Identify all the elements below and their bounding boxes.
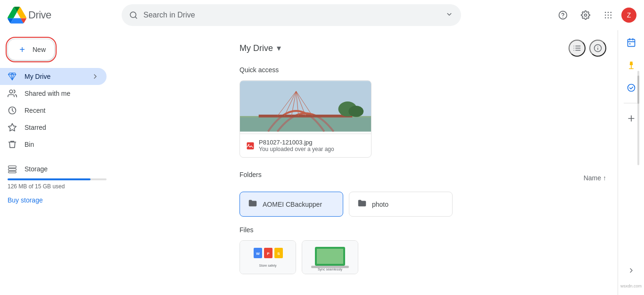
search-bar[interactable] xyxy=(122,4,461,26)
quick-access-details: P81027-121003.jpg You uploaded over a ye… xyxy=(259,139,334,152)
main-content: My Drive ▾ Quick access xyxy=(228,30,618,295)
sidebar-item-shared-label: Shared with me xyxy=(25,90,70,97)
starred-icon xyxy=(8,123,17,132)
storage-label: Storage xyxy=(8,164,107,174)
shared-icon xyxy=(8,89,17,98)
folders-grid: AOMEI CBackupper photo xyxy=(239,192,606,217)
header-actions: Z xyxy=(553,6,636,25)
my-drive-icon xyxy=(8,72,17,81)
svg-text:W: W xyxy=(256,252,260,256)
quick-access-image xyxy=(240,81,371,132)
sidebar-item-recent-label: Recent xyxy=(25,107,45,114)
sidebar: + New My Drive xyxy=(0,30,114,295)
folder-card-photo[interactable]: photo xyxy=(349,192,453,217)
quick-access-timestamp: You uploaded over a year ago xyxy=(259,146,334,152)
new-button-label: New xyxy=(33,46,46,53)
sort-label: Name xyxy=(584,174,601,182)
sidebar-item-starred-label: Starred xyxy=(25,124,46,131)
main-title-chevron-icon[interactable]: ▾ xyxy=(277,43,281,53)
svg-text:Store safely: Store safely xyxy=(259,264,277,268)
svg-point-7 xyxy=(611,14,612,16)
main-title-text: My Drive xyxy=(239,43,273,53)
svg-point-4 xyxy=(611,11,612,13)
storage-used-text: 126 MB of 15 GB used xyxy=(8,183,107,190)
svg-point-6 xyxy=(608,14,609,16)
list-view-button[interactable] xyxy=(569,40,586,57)
svg-text:Sync seamlessly: Sync seamlessly xyxy=(318,268,343,271)
file-card-store[interactable]: W P S Store safely xyxy=(239,240,296,274)
svg-point-3 xyxy=(608,11,609,13)
svg-point-30 xyxy=(248,144,249,145)
main-header: My Drive ▾ xyxy=(239,40,606,57)
sidebar-item-my-drive[interactable]: My Drive xyxy=(0,68,107,85)
file-preview-sync-svg: Sync seamlessly xyxy=(306,243,354,271)
file-preview-store: W P S Store safely xyxy=(240,241,296,274)
sidebar-item-recent[interactable]: Recent xyxy=(0,102,107,119)
drive-logo-icon xyxy=(8,6,26,25)
sort-arrow-icon: ↑ xyxy=(603,174,606,182)
avatar[interactable]: Z xyxy=(621,8,636,23)
recent-icon xyxy=(8,106,17,115)
app-layout: + New My Drive xyxy=(0,0,644,295)
svg-point-1 xyxy=(562,17,563,17)
folders-label: Folders xyxy=(239,171,262,178)
quick-access-card[interactable]: P81027-121003.jpg You uploaded over a ye… xyxy=(239,80,372,158)
sidebar-item-shared[interactable]: Shared with me xyxy=(0,85,107,102)
folder-icon-photo xyxy=(357,198,367,211)
storage-bar xyxy=(8,178,107,180)
svg-point-27 xyxy=(348,106,363,117)
sidebar-item-bin[interactable]: Bin xyxy=(0,136,107,153)
buy-storage-button[interactable]: Buy storage xyxy=(8,196,107,204)
svg-rect-14 xyxy=(8,169,17,170)
quick-access-section: Quick access xyxy=(239,66,606,158)
svg-point-46 xyxy=(627,84,635,92)
watermark: wsxdn.com xyxy=(620,284,642,288)
scrollbar-thumb[interactable] xyxy=(637,76,639,104)
svg-rect-44 xyxy=(627,39,635,46)
svg-point-9 xyxy=(608,17,609,18)
files-grid: W P S Store safely xyxy=(239,240,606,274)
svg-point-8 xyxy=(605,17,606,18)
main-title[interactable]: My Drive ▾ xyxy=(239,43,281,53)
file-preview-sync: Sync seamlessly xyxy=(302,241,358,274)
quick-access-file-info: P81027-121003.jpg You uploaded over a ye… xyxy=(240,134,371,157)
help-button[interactable] xyxy=(553,6,572,25)
svg-point-2 xyxy=(605,11,606,13)
sidebar-item-starred[interactable]: Starred xyxy=(0,119,107,136)
new-button-wrap: + New xyxy=(0,35,114,68)
svg-rect-45 xyxy=(629,43,630,45)
logo: Drive xyxy=(8,6,122,25)
sort-button[interactable]: Name ↑ xyxy=(584,174,606,182)
sidebar-item-my-drive-label: My Drive xyxy=(25,73,50,80)
svg-rect-19 xyxy=(259,115,353,118)
svg-point-5 xyxy=(605,14,606,16)
right-panel: wsxdn.com xyxy=(618,0,644,295)
quick-access-label: Quick access xyxy=(239,66,606,74)
info-button[interactable] xyxy=(589,40,606,57)
file-card-sync[interactable]: Sync seamlessly xyxy=(302,240,358,274)
search-dropdown-icon[interactable] xyxy=(445,10,454,20)
nav-items: My Drive Shared with me xyxy=(0,68,114,153)
search-input[interactable] xyxy=(143,11,439,19)
folder-name-aomei: AOMEI CBackupper xyxy=(263,201,322,208)
folder-card-aomei[interactable]: AOMEI CBackupper xyxy=(239,192,343,217)
svg-rect-28 xyxy=(240,118,371,132)
bin-icon xyxy=(8,140,17,149)
file-image-icon xyxy=(246,141,255,151)
apps-button[interactable] xyxy=(599,6,618,25)
main-header-actions xyxy=(569,40,606,57)
files-label: Files xyxy=(239,226,606,234)
sidebar-item-bin-label: Bin xyxy=(25,141,34,148)
search-icon xyxy=(129,10,138,20)
right-panel-calendar-button[interactable] xyxy=(622,33,641,52)
new-button[interactable]: + New xyxy=(8,39,55,60)
plus-icon: + xyxy=(17,44,28,55)
storage-bar-fill xyxy=(8,178,91,180)
right-panel-collapse-button[interactable] xyxy=(622,261,641,280)
svg-text:P: P xyxy=(267,252,270,256)
right-panel-divider xyxy=(624,103,639,103)
folder-name-photo: photo xyxy=(372,201,388,208)
settings-button[interactable] xyxy=(576,6,595,25)
quick-access-filename: P81027-121003.jpg xyxy=(259,139,334,146)
svg-rect-13 xyxy=(8,166,17,168)
